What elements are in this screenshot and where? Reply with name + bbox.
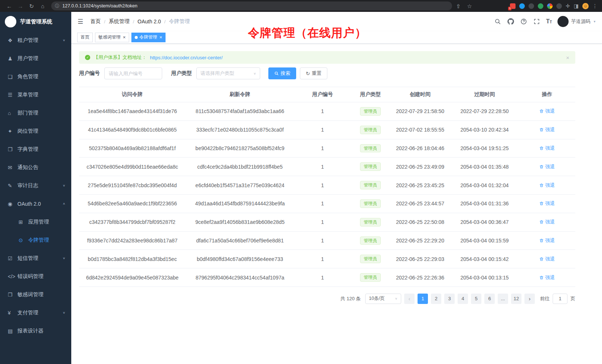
alert-close-icon[interactable]: × bbox=[566, 54, 569, 61]
force-logout-button[interactable]: 强退 bbox=[539, 219, 555, 225]
delete-icon bbox=[539, 109, 544, 113]
cell-create-time: 2022-06-25 23:44:57 bbox=[390, 194, 450, 213]
sidebar-item-notice[interactable]: ✉通知公告 bbox=[0, 158, 71, 176]
sidebar-item-audit-log[interactable]: ✎审计日志∨ bbox=[0, 176, 71, 195]
pager-ellipsis[interactable]: ... bbox=[498, 294, 508, 304]
share-icon[interactable]: ⇧ bbox=[454, 1, 463, 11]
extension-icon-green[interactable] bbox=[538, 3, 543, 9]
github-icon[interactable] bbox=[507, 18, 514, 25]
force-logout-button[interactable]: 强退 bbox=[539, 256, 555, 262]
sidebar-item-sms[interactable]: ☑短信管理∨ bbox=[0, 249, 71, 267]
sidebar-item-role[interactable]: ❑角色管理 bbox=[0, 67, 71, 86]
force-logout-button[interactable]: 强退 bbox=[539, 108, 555, 115]
cell-actions: 强退 bbox=[519, 158, 575, 176]
sidebar-item-menu[interactable]: ☰菜单管理 bbox=[0, 86, 71, 104]
page-button-12[interactable]: 12 bbox=[511, 294, 521, 304]
sidebar-item-pay[interactable]: ¥支付管理∨ bbox=[0, 304, 71, 322]
extension-icon-red[interactable]: 0 bbox=[510, 3, 516, 9]
cell-expire-time: 2022-07-29 22:28:50 bbox=[450, 102, 519, 121]
sidebar-item-dept[interactable]: ⌂部门管理 bbox=[0, 104, 71, 122]
breadcrumb-home[interactable]: 首页 bbox=[90, 18, 101, 25]
total-count: 共 120 条 bbox=[340, 295, 361, 302]
info-icon[interactable]: ⓘ bbox=[55, 3, 59, 9]
tab-close-icon[interactable]: × bbox=[123, 35, 126, 40]
cell-expire-time: 2054-03-04 00:15:59 bbox=[450, 231, 519, 250]
cell-actions: 强退 bbox=[519, 231, 575, 250]
user-type-select[interactable]: 请选择用户类型 ∨ bbox=[196, 67, 260, 79]
force-logout-button[interactable]: 强退 bbox=[539, 163, 555, 170]
sidebar-item-oauth2-token[interactable]: ⊙令牌管理 bbox=[0, 231, 71, 249]
extension-icon-dark-2[interactable] bbox=[556, 3, 562, 9]
sidebar-item-oauth2-app[interactable]: ⊞应用管理 bbox=[0, 213, 71, 231]
font-size-icon[interactable]: TT bbox=[546, 19, 552, 24]
address-bar[interactable]: ⓘ 127.0.0.1:1024/system/oauth2/token bbox=[51, 1, 452, 10]
browser-profile-avatar[interactable]: ☺ bbox=[582, 3, 589, 9]
reset-button[interactable]: ↻ 重置 bbox=[300, 67, 327, 79]
page-size-select[interactable]: 10条/页 ∨ bbox=[365, 294, 401, 304]
tab-label: 敏感词管理 bbox=[98, 34, 121, 40]
reload-icon[interactable]: ↻ bbox=[27, 1, 36, 11]
tab-close-icon[interactable]: × bbox=[160, 35, 163, 40]
extension-icon-colorful[interactable] bbox=[547, 3, 553, 9]
tab-sensitive-word[interactable]: 敏感词管理× bbox=[95, 33, 129, 42]
force-logout-button[interactable]: 强退 bbox=[539, 145, 555, 152]
chevron-down-icon: ∨ bbox=[63, 39, 65, 42]
force-logout-button[interactable]: 强退 bbox=[539, 182, 555, 189]
page-button-2[interactable]: 2 bbox=[431, 294, 441, 304]
force-logout-button[interactable]: 强退 bbox=[539, 126, 555, 133]
tab-token[interactable]: 令牌管理× bbox=[131, 33, 166, 42]
extension-icon-blue[interactable] bbox=[519, 3, 525, 9]
force-logout-button[interactable]: 强退 bbox=[539, 237, 555, 244]
home-icon[interactable]: ⌂ bbox=[38, 1, 48, 11]
sidebar-item-error-code[interactable]: </>错误码管理 bbox=[0, 267, 71, 285]
extension-icon-dark[interactable] bbox=[529, 3, 534, 9]
cell-user-type: 管理员 bbox=[351, 120, 390, 139]
sidebar-item-label: 菜单管理 bbox=[17, 92, 38, 98]
sidebar-item-sensitive-word[interactable]: ❐敏感词管理 bbox=[0, 285, 71, 304]
forward-icon[interactable]: → bbox=[16, 1, 25, 11]
sidebar-item-tenant[interactable]: ❖租户管理∨ bbox=[0, 31, 71, 49]
doc-alert: ✓ 【用户体系】文档地址： https://doc.iocoder.cn/use… bbox=[79, 51, 575, 64]
fullscreen-icon[interactable] bbox=[533, 18, 540, 25]
sidebar-item-post[interactable]: ✦岗位管理 bbox=[0, 122, 71, 140]
page-button-6[interactable]: 6 bbox=[484, 294, 495, 304]
page-button-3[interactable]: 3 bbox=[444, 294, 455, 304]
doc-link[interactable]: https://doc.iocoder.cn/user-center/ bbox=[150, 55, 223, 60]
delete-icon bbox=[539, 165, 544, 169]
extensions-puzzle-icon[interactable]: ✛ bbox=[566, 3, 570, 9]
search-button[interactable]: 搜索 bbox=[268, 67, 296, 79]
prev-page-button[interactable] bbox=[404, 294, 415, 304]
cell-actions: 强退 bbox=[519, 139, 575, 158]
split-view-icon[interactable]: ◨ bbox=[574, 3, 579, 9]
sidebar-item-dict[interactable]: ❒字典管理 bbox=[0, 140, 71, 158]
sidebar-item-oauth2[interactable]: ◉OAuth 2.0∧ bbox=[0, 195, 71, 213]
page-button-5[interactable]: 5 bbox=[471, 294, 481, 304]
app-logo[interactable]: 芋道管理系统 bbox=[0, 12, 71, 31]
user-menu[interactable]: 芋道源码 ▼ bbox=[557, 16, 596, 27]
help-icon[interactable] bbox=[520, 18, 527, 25]
sidebar-item-user[interactable]: ♟用户管理 bbox=[0, 49, 71, 67]
sidebar-toggle-icon[interactable]: ☰ bbox=[78, 18, 83, 26]
page-button-4[interactable]: 4 bbox=[458, 294, 468, 304]
force-logout-button[interactable]: 强退 bbox=[539, 274, 555, 281]
logo-image bbox=[5, 16, 16, 27]
cell-access-token: 54d6be82ee5a460a9aedc1f9bf223656 bbox=[79, 194, 186, 213]
sidebar-item-label: 通知公告 bbox=[17, 164, 38, 171]
sidebar: 芋道管理系统 ❖租户管理∨♟用户管理❑角色管理☰菜单管理⌂部门管理✦岗位管理❒字… bbox=[0, 12, 71, 364]
goto-page-input[interactable] bbox=[553, 294, 567, 304]
browser-menu-icon[interactable]: ⋮ bbox=[592, 3, 598, 9]
page-button-1[interactable]: 1 bbox=[418, 294, 428, 304]
bookmark-star-icon[interactable]: ☆ bbox=[465, 1, 474, 11]
browser-extensions-area: 0 ✛ ◨ ☺ ⋮ bbox=[510, 3, 598, 9]
tab-home[interactable]: 首页 bbox=[77, 33, 93, 42]
back-icon[interactable]: ← bbox=[4, 1, 14, 11]
user-id-input[interactable] bbox=[104, 67, 162, 79]
next-page-button[interactable] bbox=[524, 294, 535, 304]
cell-user-id: 1 bbox=[294, 213, 351, 231]
delete-icon bbox=[539, 201, 544, 206]
annotation-text: 令牌管理（在线用户） bbox=[248, 25, 367, 41]
force-logout-button[interactable]: 强退 bbox=[539, 200, 555, 207]
sidebar-item-label: 部门管理 bbox=[17, 110, 38, 116]
search-icon[interactable] bbox=[494, 18, 501, 25]
sidebar-item-report-designer[interactable]: ▤报表设计器 bbox=[0, 322, 71, 340]
